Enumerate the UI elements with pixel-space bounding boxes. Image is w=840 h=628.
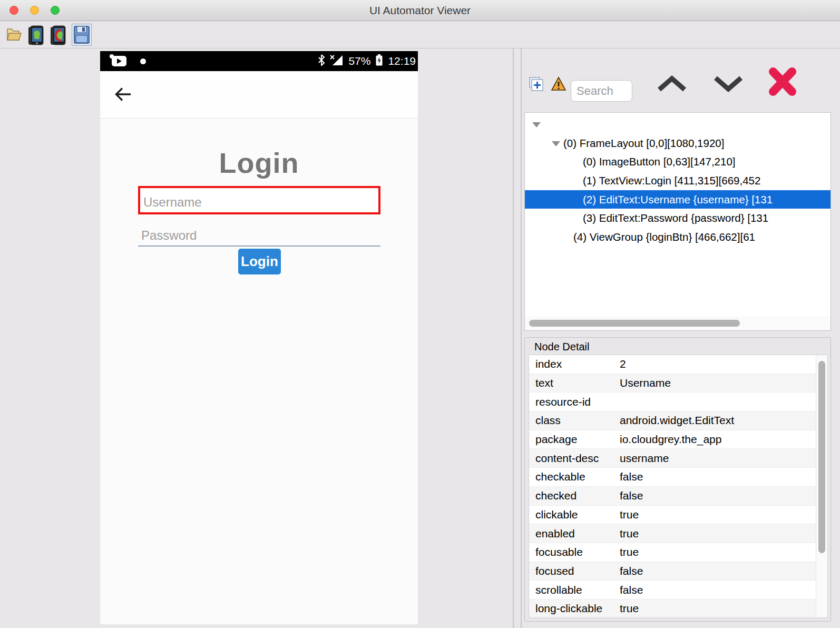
node-detail-key: package	[529, 433, 620, 446]
node-detail-value: false	[620, 584, 827, 596]
close-window-button[interactable]	[9, 6, 18, 15]
back-arrow-icon[interactable]	[114, 86, 133, 105]
tree-node-row[interactable]: (1) TextView:Login [411,315][669,452	[525, 171, 831, 190]
tree-node-label: (0) ImageButton [0,63][147,210]	[581, 155, 735, 168]
battery-percent-text: 57%	[348, 55, 370, 67]
node-detail-key: resource-id	[529, 396, 620, 408]
node-detail-value: true	[620, 546, 827, 558]
battery-icon	[375, 54, 383, 69]
node-detail-key: class	[529, 414, 620, 427]
notification-app-icon	[112, 56, 126, 66]
zoom-window-button[interactable]	[51, 6, 60, 15]
node-detail-row[interactable]: focusedfalse	[529, 562, 827, 581]
ui-hierarchy-tree: (0) FrameLayout [0,0][1080,1920](0) Imag…	[524, 112, 831, 331]
node-detail-value: true	[620, 508, 827, 521]
window-titlebar: UI Automator Viewer	[0, 0, 840, 21]
search-input[interactable]	[571, 80, 632, 102]
node-detail-key: long-clickable	[529, 602, 620, 615]
password-field-underline[interactable]	[138, 246, 380, 247]
node-detail-value: android.widget.EditText	[620, 414, 827, 427]
node-detail-row[interactable]: focusabletrue	[529, 543, 827, 562]
tree-node-row[interactable]: (3) EditText:Password {password} [131	[525, 209, 831, 228]
node-detail-group: Node Detail index2textUsernameresource-i…	[524, 337, 831, 622]
traffic-lights	[9, 6, 60, 15]
node-detail-key: scrollable	[529, 584, 620, 596]
tree-node-label: (4) ViewGroup {loginBtn} [466,662][61	[571, 231, 755, 243]
find-next-icon[interactable]	[711, 74, 745, 96]
node-detail-value: username	[620, 452, 827, 465]
node-detail-key: checked	[529, 489, 620, 502]
tree-node-row[interactable]: (2) EditText:Username {username} [131	[525, 190, 831, 209]
node-detail-row[interactable]: checkablefalse	[529, 468, 827, 487]
hierarchy-panel: (0) FrameLayout [0,0][1080,1920](0) Imag…	[524, 48, 833, 628]
tree-horizontal-scrollbar[interactable]	[525, 316, 831, 330]
username-field-highlighted[interactable]: Username	[138, 186, 380, 214]
node-detail-value: false	[620, 489, 827, 502]
window-title: UI Automator Viewer	[369, 4, 471, 17]
tree-node-label: (1) TextView:Login [411,315][669,452	[581, 174, 760, 187]
tree-node-row[interactable]: (4) ViewGroup {loginBtn} [466,662][61	[525, 228, 831, 247]
node-detail-value: true	[620, 602, 827, 615]
tree-node-label: (2) EditText:Username {username} [131	[581, 193, 773, 206]
node-detail-key: enabled	[529, 527, 620, 540]
login-button[interactable]: Login	[238, 249, 281, 274]
device-screenshot-icon[interactable]	[27, 25, 47, 48]
node-detail-value: false	[620, 565, 827, 577]
panel-splitter[interactable]	[521, 48, 522, 628]
node-detail-value: io.cloudgrey.the_app	[620, 433, 827, 446]
tree-node-row[interactable]: (0) ImageButton [0,63][147,210]	[525, 152, 831, 171]
node-detail-title: Node Detail	[534, 341, 590, 353]
android-app-bar	[100, 71, 418, 119]
node-detail-row[interactable]: index2	[529, 355, 827, 374]
password-placeholder-text: Password	[141, 228, 197, 243]
android-status-bar: 57% 12:19	[100, 51, 418, 71]
node-detail-table: index2textUsernameresource-idclassandroi…	[529, 355, 828, 618]
save-icon[interactable]	[74, 26, 90, 46]
device-screenshot[interactable]: 57% 12:19 Login User	[100, 51, 418, 624]
node-detail-row[interactable]: enabledtrue	[529, 524, 827, 543]
node-detail-key: focused	[529, 565, 620, 577]
node-detail-row[interactable]: classandroid.widget.EditText	[529, 411, 827, 430]
node-detail-row[interactable]: packageio.cloudgrey.the_app	[529, 430, 827, 449]
tree-horizontal-scrollbar-thumb[interactable]	[529, 320, 740, 327]
detail-vertical-scrollbar-thumb[interactable]	[818, 361, 825, 553]
login-screen: Login Username Password Login	[100, 119, 418, 624]
expander-down-icon[interactable]	[532, 121, 542, 127]
tree-node-row[interactable]: (0) FrameLayout [0,0][1080,1920]	[525, 134, 831, 153]
node-detail-value: true	[620, 527, 827, 540]
node-detail-key: content-desc	[529, 452, 620, 465]
node-detail-row[interactable]: long-clickabletrue	[529, 600, 827, 618]
detail-vertical-scrollbar[interactable]	[816, 355, 827, 617]
device-screenshot-compressed-icon[interactable]	[50, 25, 70, 48]
node-detail-row[interactable]: textUsername	[529, 374, 827, 393]
bluetooth-icon	[318, 54, 325, 68]
node-detail-value: 2	[620, 358, 827, 370]
tree-node-label: (3) EditText:Password {password} [131	[581, 212, 768, 224]
node-detail-row[interactable]: content-descusername	[529, 449, 827, 468]
node-detail-key: clickable	[529, 508, 620, 521]
username-placeholder-text: Username	[143, 195, 202, 210]
node-detail-value: false	[620, 470, 827, 483]
login-screen-title: Login	[100, 146, 418, 179]
minimize-window-button[interactable]	[30, 6, 39, 15]
open-file-icon[interactable]	[6, 27, 23, 44]
node-detail-key: checkable	[529, 470, 620, 483]
main-toolbar	[0, 22, 840, 48]
node-detail-key: focusable	[529, 546, 620, 558]
node-detail-value: Username	[620, 377, 827, 389]
close-search-icon[interactable]	[766, 65, 799, 100]
tree-node-row[interactable]	[525, 115, 831, 134]
notification-ring-icon	[140, 58, 146, 64]
node-detail-row[interactable]: scrollablefalse	[529, 581, 827, 600]
node-detail-key: text	[529, 377, 620, 389]
node-detail-row[interactable]: checkedfalse	[529, 487, 827, 506]
clock-text: 12:19	[388, 55, 416, 67]
node-detail-row[interactable]: resource-id	[529, 392, 827, 411]
screenshot-panel: 57% 12:19 Login User	[0, 48, 514, 628]
node-detail-row[interactable]: clickabletrue	[529, 506, 827, 525]
find-previous-icon[interactable]	[655, 74, 689, 96]
signal-icon	[330, 54, 344, 68]
warning-icon[interactable]	[551, 76, 566, 93]
expander-down-icon[interactable]	[552, 140, 561, 146]
expand-all-icon[interactable]	[529, 77, 544, 94]
